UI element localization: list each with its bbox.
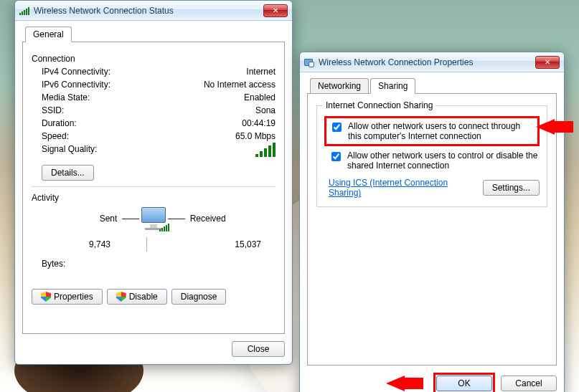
tab-general[interactable]: General [25,27,72,42]
shield-icon [116,292,126,302]
status-dialog: Wireless Network Connection Status ✕ Gen… [14,0,293,365]
speed-label: Speed: [42,131,69,141]
diagnose-button[interactable]: Diagnose [171,289,227,305]
close-dialog-button[interactable]: Close [232,341,285,357]
signal-label: Signal Quality: [42,144,97,159]
media-value: Enabled [244,92,276,102]
highlight-allow-connect: Allow other network users to connect thr… [324,116,540,146]
ics-help-link[interactable]: Using ICS (Internet Connection Sharing) [329,178,483,198]
properties-title: Wireless Network Connection Properties [319,57,531,67]
details-button[interactable]: Details... [42,165,94,181]
red-arrow-annotation [385,376,425,391]
bytes-label: Bytes: [32,259,139,269]
status-title: Wireless Network Connection Status [34,6,259,16]
properties-dialog: Wireless Network Connection Properties ✕… [299,52,565,392]
properties-button[interactable]: Properties [32,289,103,305]
received-value: 15,037 [168,239,276,249]
disable-button[interactable]: Disable [107,289,167,305]
media-label: Media State: [42,92,90,102]
tab-networking[interactable]: Networking [310,78,369,94]
ok-button[interactable]: OK [436,376,492,391]
duration-value: 00:44:19 [242,118,276,128]
ipv6-value: No Internet access [204,80,276,90]
activity-header: Activity [32,193,276,203]
tab-sharing[interactable]: Sharing [370,78,415,94]
ssid-label: SSID: [42,105,64,115]
status-titlebar: Wireless Network Connection Status ✕ [15,1,292,21]
sent-value: 9,743 [32,239,139,249]
close-button[interactable]: ✕ [263,4,288,17]
allow-connect-checkbox[interactable] [332,123,342,132]
properties-titlebar: Wireless Network Connection Properties ✕ [300,52,564,72]
sent-label: Sent —— [32,214,139,224]
ssid-value: Sona [255,105,276,115]
allow-connect-label: Allow other network users to connect thr… [348,121,535,141]
network-adapter-icon [304,57,314,67]
activity-monitor-icon [139,207,168,230]
ics-legend: Internet Connection Sharing [323,100,436,110]
received-label: —— Received [168,214,276,224]
cancel-button[interactable]: Cancel [501,376,557,391]
ipv4-value: Internet [246,67,276,77]
signal-bars-icon [255,144,276,157]
ics-groupbox: Internet Connection Sharing Allow other … [316,105,547,207]
signal-value [255,144,276,159]
close-button[interactable]: ✕ [535,56,560,69]
settings-button[interactable]: Settings... [483,180,540,196]
ipv6-label: IPv6 Connectivity: [42,80,110,90]
allow-control-checkbox[interactable] [331,152,341,161]
speed-value: 65.0 Mbps [235,131,276,141]
wifi-icon [19,6,29,15]
duration-label: Duration: [42,118,77,128]
ipv4-label: IPv4 Connectivity: [42,67,110,77]
allow-control-label: Allow other network users to control or … [347,150,540,171]
connection-header: Connection [32,54,276,64]
highlight-ok: OK [433,373,495,392]
shield-icon [41,292,51,302]
